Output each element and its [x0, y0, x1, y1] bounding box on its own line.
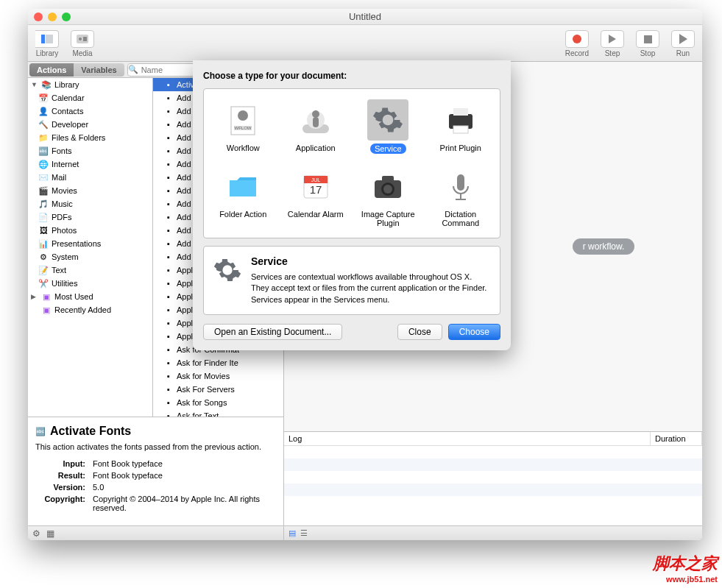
- watermark: 脚本之家www.jb51.net: [653, 553, 718, 584]
- close-button[interactable]: Close: [397, 324, 442, 340]
- type-folder-action[interactable]: Folder Action: [210, 166, 277, 227]
- action-item[interactable]: ▪Ask for Songs: [153, 396, 283, 409]
- window-title: Untitled: [28, 11, 702, 22]
- category-item[interactable]: 📝Text: [28, 263, 152, 277]
- library-root[interactable]: ▼📚Library: [28, 78, 152, 91]
- type-workflow[interactable]: WFLOWWorkflow: [210, 99, 277, 154]
- toolbar-run[interactable]: Run: [671, 30, 695, 57]
- svg-rect-12: [313, 117, 319, 127]
- toolbar: Library Media Record Step Stop Run: [28, 25, 702, 62]
- svg-rect-1: [46, 35, 53, 43]
- category-item[interactable]: 🔨Developer: [28, 118, 152, 131]
- category-item[interactable]: ✂️Utilities: [28, 277, 152, 290]
- search-icon: 🔍: [128, 65, 138, 74]
- toolbar-stop[interactable]: Stop: [636, 30, 659, 57]
- tab-actions[interactable]: Actions: [29, 63, 74, 77]
- duration-col[interactable]: Duration: [651, 432, 702, 445]
- toolbar-step[interactable]: Step: [601, 30, 624, 57]
- svg-text:WFLOW: WFLOW: [235, 126, 252, 130]
- svg-text:17: 17: [309, 183, 322, 196]
- svg-point-6: [238, 110, 248, 121]
- service-gear-icon: [213, 255, 242, 305]
- choose-button[interactable]: Choose: [448, 324, 500, 340]
- log-panel: LogDuration: [284, 431, 702, 525]
- sheet-title: Choose a type for your document:: [203, 71, 500, 81]
- action-item[interactable]: ▪Ask For Servers: [153, 383, 283, 396]
- category-item[interactable]: ⚙System: [28, 250, 152, 263]
- category-item[interactable]: 🔤Fonts: [28, 144, 152, 157]
- category-item[interactable]: 🎵Music: [28, 197, 152, 210]
- svg-point-11: [312, 110, 319, 118]
- toolbar-media[interactable]: Media: [71, 30, 94, 57]
- category-item[interactable]: 🌐Internet: [28, 157, 152, 171]
- document-type-sheet: Choose a type for your document: WFLOWWo…: [193, 60, 511, 350]
- gear-icon[interactable]: ⚙: [32, 528, 40, 539]
- type-image-capture-plugin[interactable]: Image Capture Plugin: [355, 166, 422, 227]
- titlebar: Untitled: [28, 9, 702, 25]
- type-application[interactable]: Application: [283, 99, 350, 154]
- type-calendar-alarm[interactable]: JUL17Calendar Alarm: [283, 166, 350, 227]
- category-item[interactable]: 📊Presentations: [28, 237, 152, 250]
- svg-rect-14: [453, 108, 468, 116]
- recently-added[interactable]: ▣Recently Added: [28, 303, 152, 316]
- svg-rect-15: [453, 126, 468, 133]
- svg-text:JUL: JUL: [311, 177, 321, 183]
- action-item[interactable]: ▪Ask for Finder Ite: [153, 356, 283, 369]
- category-item[interactable]: ✉️Mail: [28, 171, 152, 184]
- svg-rect-23: [382, 176, 394, 182]
- action-item[interactable]: ▪Ask for Movies: [153, 369, 283, 383]
- most-used[interactable]: ▶▣Most Used: [28, 290, 152, 303]
- type-print-plugin[interactable]: Print Plugin: [428, 99, 495, 154]
- svg-point-3: [79, 38, 82, 40]
- tab-variables[interactable]: Variables: [74, 63, 124, 77]
- main-footer: ▤☰: [284, 525, 702, 540]
- svg-rect-0: [41, 35, 45, 43]
- action-detail: 🔤Activate Fonts This action activates th…: [28, 417, 283, 525]
- svg-rect-24: [457, 174, 464, 191]
- svg-point-22: [383, 185, 392, 194]
- svg-rect-4: [83, 37, 87, 41]
- log-col[interactable]: Log: [284, 432, 651, 445]
- toolbar-record[interactable]: Record: [565, 30, 589, 57]
- canvas-hint: r workflow.: [573, 238, 635, 255]
- open-existing-button[interactable]: Open an Existing Document...: [203, 324, 342, 340]
- left-footer: ⚙ ▦: [28, 525, 283, 540]
- category-item[interactable]: 📅Calendar: [28, 91, 152, 105]
- category-list[interactable]: ▼📚Library 📅Calendar👤Contacts🔨Developer📁F…: [28, 78, 153, 417]
- category-item[interactable]: 🖼Photos: [28, 224, 152, 237]
- category-item[interactable]: 📄PDFs: [28, 210, 152, 224]
- type-dictation-command[interactable]: Dictation Command: [428, 166, 495, 227]
- category-item[interactable]: 👤Contacts: [28, 105, 152, 118]
- action-item[interactable]: ▪Ask for Text: [153, 409, 283, 417]
- type-info-box: Service Services are contextual workflow…: [203, 246, 500, 315]
- category-item[interactable]: 🎬Movies: [28, 184, 152, 197]
- category-item[interactable]: 📁Files & Folders: [28, 131, 152, 144]
- toolbar-library[interactable]: Library: [35, 30, 59, 57]
- type-service[interactable]: Service: [355, 99, 422, 154]
- font-icon: 🔤: [35, 426, 46, 436]
- document-type-grid: WFLOWWorkflowApplicationServicePrint Plu…: [203, 88, 500, 238]
